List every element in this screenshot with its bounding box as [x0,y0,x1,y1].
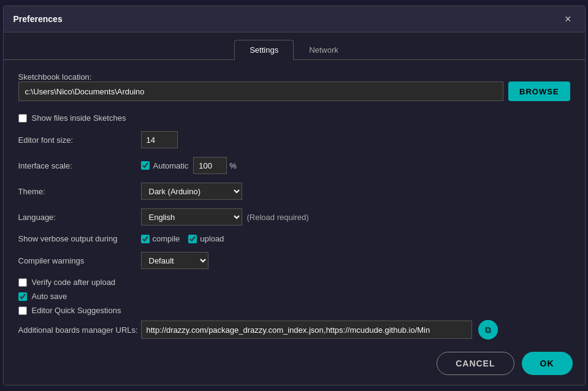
urls-row: Additional boards manager URLs: ⧉ [18,320,570,340]
theme-select[interactable]: Dark (Arduino) Light System Default [141,183,242,200]
tab-settings[interactable]: Settings [234,40,294,60]
editor-font-input[interactable] [141,131,178,148]
compile-label[interactable]: compile [141,234,180,243]
sketchbook-section: Sketchbook location: BROWSE [18,72,570,105]
url-edit-icon: ⧉ [485,325,491,335]
autosave-row: Auto save [18,292,570,301]
verbose-row: Show verbose output during compile uploa… [18,234,570,243]
browse-button[interactable]: BROWSE [508,82,570,101]
upload-checkbox[interactable] [188,235,197,243]
tab-bar: Settings Network [4,32,585,60]
editor-quick-row: Editor Quick Suggestions [18,306,570,315]
autosave-checkbox[interactable] [18,292,27,301]
compile-checkbox[interactable] [141,235,150,243]
verbose-controls: compile upload [141,234,233,243]
verify-checkbox[interactable] [18,278,27,287]
cancel-button[interactable]: CANCEL [437,352,514,375]
sketchbook-label: Sketchbook location: [18,72,141,82]
urls-input[interactable] [141,321,472,339]
editor-font-label: Editor font size: [18,135,141,145]
theme-row: Theme: Dark (Arduino) Light System Defau… [18,183,570,200]
automatic-label[interactable]: Automatic [153,161,189,170]
dialog-title: Preferences [13,14,63,24]
verify-label[interactable]: Verify code after upload [32,278,116,287]
theme-label: Theme: [18,187,141,196]
percent-label: % [229,161,237,170]
close-button[interactable]: × [561,12,575,26]
tab-network[interactable]: Network [294,40,354,60]
scale-value-input[interactable] [193,157,227,174]
footer: CANCEL OK [437,352,572,375]
upload-label[interactable]: upload [188,234,224,243]
language-select[interactable]: English Deutsch Español Français Italian… [141,208,242,226]
verify-row: Verify code after upload [18,278,570,287]
automatic-checkbox[interactable] [141,161,150,170]
scale-controls: Automatic % [141,157,237,174]
language-row: Language: English Deutsch Español França… [18,208,570,226]
settings-content: Sketchbook location: BROWSE Show files i… [4,60,585,360]
interface-scale-label: Interface scale: [18,161,141,170]
show-files-label[interactable]: Show files inside Sketches [32,113,126,123]
preferences-dialog: Preferences × Settings Network Sketchboo… [3,6,586,385]
url-edit-button[interactable]: ⧉ [478,320,498,340]
reload-required-label: (Reload required) [247,213,309,222]
editor-quick-checkbox[interactable] [18,306,27,315]
sketchbook-location-row: BROWSE [18,82,570,101]
compiler-warnings-select[interactable]: Default None All More [141,252,208,269]
sketchbook-path-input[interactable] [18,82,504,101]
show-files-row: Show files inside Sketches [18,113,570,123]
urls-label: Additional boards manager URLs: [18,325,141,335]
language-label: Language: [18,213,141,222]
interface-scale-row: Interface scale: Automatic % [18,157,570,174]
title-bar: Preferences × [4,6,585,32]
ok-button[interactable]: OK [522,352,573,375]
editor-quick-label[interactable]: Editor Quick Suggestions [32,306,121,315]
compiler-warnings-label: Compiler warnings [18,256,141,265]
show-files-checkbox[interactable] [18,114,27,123]
compiler-warnings-row: Compiler warnings Default None All More [18,252,570,269]
editor-font-row: Editor font size: [18,131,570,148]
autosave-label[interactable]: Auto save [32,292,67,301]
verbose-label: Show verbose output during [18,234,141,243]
